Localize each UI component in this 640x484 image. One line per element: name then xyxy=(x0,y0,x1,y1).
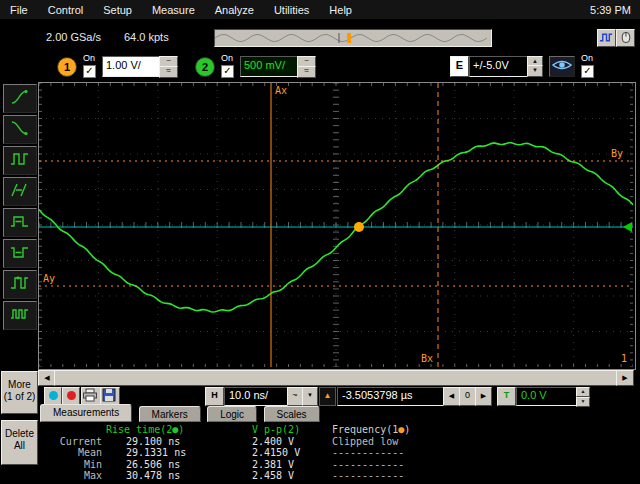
delete-all-button[interactable]: Delete All xyxy=(1,420,38,465)
control-bar: H 10.0 ns/ ~ ▼ ▲ -3.5053798 µs ◀ 0 ▶ T 0… xyxy=(0,387,640,404)
waveform-mode-button[interactable] xyxy=(597,29,616,47)
channel1-button[interactable]: 1 xyxy=(57,57,77,77)
result-tabs: Measurements Markers Logic Scales xyxy=(40,404,322,422)
menubar: File Control Setup Measure Analyze Utili… xyxy=(0,0,640,19)
menu-measure[interactable]: Measure xyxy=(142,1,205,19)
measurement-row-mean: Mean 29.1331 ns 2.4150 V ------------ xyxy=(38,447,640,459)
measure-delta-time-button[interactable] xyxy=(3,177,37,206)
horizontal-scrollbar: ◀ ▶ xyxy=(38,370,634,384)
channel2-button[interactable]: 2 xyxy=(195,57,215,77)
oscilloscope-app: File Control Setup Measure Analyze Utili… xyxy=(0,0,640,484)
external-on-group: On ✓ xyxy=(581,54,594,78)
tab-logic[interactable]: Logic xyxy=(207,406,257,422)
measure-frequency-button[interactable] xyxy=(3,301,37,330)
level-up-button[interactable]: ▲ xyxy=(576,387,590,397)
vpp-value: 2.381 V xyxy=(252,459,332,471)
preview-waveform xyxy=(215,32,487,44)
printer-icon xyxy=(82,388,98,402)
channel1-marker: 1 xyxy=(621,353,627,364)
clock: 5:39 PM xyxy=(590,4,640,16)
vpp-header: V p-p(2) xyxy=(252,424,332,436)
display-eye-button[interactable] xyxy=(549,56,575,77)
channel-bar: 1 On ✓ 1.00 V/ ~ ≈ 2 On ✓ 500 mV/ ~ ≈ E … xyxy=(0,52,640,80)
external-trigger-button[interactable]: E xyxy=(450,56,469,77)
rise-time-header: Rise time(2●) xyxy=(104,424,252,436)
graticule xyxy=(39,83,633,367)
measure-fall-time-button[interactable] xyxy=(3,115,37,144)
channel2-coupling-alt-button[interactable]: ≈ xyxy=(297,66,316,78)
frequency-value: ------------ xyxy=(332,447,532,459)
menu-analyze[interactable]: Analyze xyxy=(205,1,264,19)
measurement-row-current: Current 29.100 ns 2.400 V Clipped low xyxy=(38,436,640,448)
channel1-on-group: On ✓ xyxy=(83,54,96,78)
channel1-on-checkbox[interactable]: ✓ xyxy=(83,65,96,78)
measurement-row-max: Max 30.478 ns 2.458 V ------------ xyxy=(38,470,640,482)
menu-help[interactable]: Help xyxy=(319,1,362,19)
horizontal-position-field[interactable]: -3.5053798 µs xyxy=(337,387,450,406)
level-down-button[interactable]: ▼ xyxy=(576,397,590,407)
measure-toolbar: More (1 of 2) Delete All xyxy=(0,82,38,484)
sample-rate-label: 2.00 GSa/s xyxy=(46,31,101,43)
vpp-value: 2.4150 V xyxy=(252,447,332,459)
frequency-value: ------------ xyxy=(332,459,532,471)
channel1-coupling-alt-button[interactable]: ≈ xyxy=(159,66,178,78)
trigger-level-field[interactable]: 0.0 V xyxy=(516,387,583,406)
vpp-value: 2.400 V xyxy=(252,436,332,448)
external-on-checkbox[interactable]: ✓ xyxy=(581,65,594,78)
square-wave-icon xyxy=(599,31,614,44)
frequency-value: Clipped low xyxy=(332,436,532,448)
measure-pulse-train-button[interactable] xyxy=(3,146,37,175)
external-range-field[interactable]: +/-5.0V xyxy=(469,56,534,77)
range-down-button[interactable]: ▼ xyxy=(527,65,543,77)
measure-rise-time-button[interactable] xyxy=(3,84,37,113)
time-reference-button[interactable]: ▲ xyxy=(319,387,336,406)
marker-ax-label: Ax xyxy=(275,85,287,96)
channel2-level-marker[interactable] xyxy=(623,222,632,232)
channel1-scale-field[interactable]: 1.00 V/ xyxy=(102,56,165,77)
tab-scales[interactable]: Scales xyxy=(264,406,320,422)
period-icon xyxy=(10,274,30,292)
external-on-label: On xyxy=(581,53,593,63)
vpp-value: 2.458 V xyxy=(252,470,332,482)
menu-setup[interactable]: Setup xyxy=(93,1,142,19)
menu-control[interactable]: Control xyxy=(38,1,93,19)
scope-canvas: AxBxAyBy1 xyxy=(39,83,633,367)
tab-markers[interactable]: Markers xyxy=(139,406,201,422)
memory-depth-label: 64.0 kpts xyxy=(124,31,169,43)
measure-neg-width-button[interactable] xyxy=(3,239,37,268)
marker-ay-label: Ay xyxy=(43,273,55,284)
stop-icon xyxy=(67,391,76,400)
fall-time-icon xyxy=(10,119,30,137)
tracking-marker-dot[interactable] xyxy=(354,222,364,232)
scope-display[interactable]: AxBxAyBy1 xyxy=(38,82,636,370)
acquisition-bar: 2.00 GSa/s 64.0 kpts xyxy=(0,28,640,47)
scroll-right-button[interactable]: ▶ xyxy=(616,370,634,386)
measurements-panel: Rise time(2●) V p-p(2) Frequency(1●) Cur… xyxy=(38,422,640,484)
positive-pulse-icon xyxy=(10,212,30,230)
menu-file[interactable]: File xyxy=(0,1,38,19)
position-right-button[interactable]: ▶ xyxy=(475,387,492,406)
pulse-train-icon xyxy=(10,150,30,168)
channel2-scale-field[interactable]: 500 mV/ xyxy=(240,56,303,77)
trigger-menu-button[interactable]: T xyxy=(497,387,516,406)
measure-pos-width-button[interactable] xyxy=(3,208,37,237)
rise-time-value: 30.478 ns xyxy=(104,470,252,482)
preview-position-marker[interactable] xyxy=(347,33,351,43)
position-zero-button[interactable]: 0 xyxy=(459,387,476,406)
pointer-mode-button[interactable] xyxy=(616,29,635,47)
frequency-header: Frequency(1●) xyxy=(332,424,532,436)
tab-measurements[interactable]: Measurements xyxy=(40,404,132,422)
stat-label: Mean xyxy=(38,447,104,459)
acquisition-preview-slider[interactable] xyxy=(214,29,492,47)
stat-label: Min xyxy=(38,459,104,471)
position-left-button[interactable]: ◀ xyxy=(443,387,460,406)
menu-utilities[interactable]: Utilities xyxy=(264,1,319,19)
measure-period-button[interactable] xyxy=(3,270,37,299)
header-spacer xyxy=(38,424,104,436)
mouse-icon xyxy=(618,31,633,44)
scrollbar-thumb[interactable] xyxy=(54,370,618,386)
frequency-icon xyxy=(10,305,30,323)
stat-label: Max xyxy=(38,470,104,482)
channel2-on-checkbox[interactable]: ✓ xyxy=(221,65,234,78)
measurements-header: Rise time(2●) V p-p(2) Frequency(1●) xyxy=(38,424,640,436)
